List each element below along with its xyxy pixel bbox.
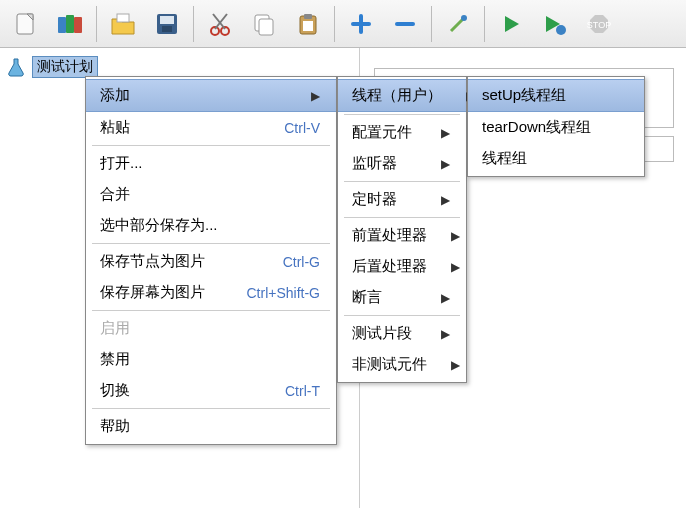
svg-marker-23 xyxy=(505,16,519,32)
svg-text:STOP: STOP xyxy=(587,20,611,30)
thread-setup[interactable]: setUp线程组 xyxy=(468,79,644,112)
svg-rect-14 xyxy=(259,19,273,35)
svg-rect-4 xyxy=(74,17,82,33)
menu-toggle[interactable]: 切换 Ctrl-T xyxy=(86,375,336,406)
svg-point-25 xyxy=(556,25,566,35)
menu-add-label: 添加 xyxy=(100,86,130,105)
menu-add[interactable]: 添加 ▶ xyxy=(86,79,336,112)
submenu-assert[interactable]: 断言▶ xyxy=(338,282,466,313)
svg-point-22 xyxy=(461,15,467,21)
submenu-postproc[interactable]: 后置处理器▶ xyxy=(338,251,466,282)
svg-rect-5 xyxy=(117,14,129,22)
tb-templates[interactable] xyxy=(50,4,90,44)
thread-group[interactable]: 线程组 xyxy=(468,143,644,174)
menu-paste[interactable]: 粘贴 Ctrl-V xyxy=(86,112,336,143)
toolbar: STOP xyxy=(0,0,686,48)
menu-disable[interactable]: 禁用 xyxy=(86,344,336,375)
tb-wand[interactable] xyxy=(438,4,478,44)
threads-submenu: setUp线程组 tearDown线程组 线程组 xyxy=(467,76,645,177)
submenu-frag[interactable]: 测试片段▶ xyxy=(338,318,466,349)
tb-copy[interactable] xyxy=(244,4,284,44)
context-menu: 添加 ▶ 粘贴 Ctrl-V 打开... 合并 选中部分保存为... 保存节点为… xyxy=(85,76,337,445)
submenu-nontest[interactable]: 非测试元件▶ xyxy=(338,349,466,380)
menu-save-node-image[interactable]: 保存节点为图片 Ctrl-G xyxy=(86,246,336,277)
thread-teardown[interactable]: tearDown线程组 xyxy=(468,112,644,143)
add-submenu: 线程（用户） ▶ 配置元件▶ 监听器▶ 定时器▶ 前置处理器▶ 后置处理器▶ 断… xyxy=(337,76,467,383)
menu-enable: 启用 xyxy=(86,313,336,344)
flask-icon xyxy=(6,57,26,77)
tb-cut[interactable] xyxy=(200,4,240,44)
menu-merge[interactable]: 合并 xyxy=(86,179,336,210)
menu-help[interactable]: 帮助 xyxy=(86,411,336,442)
tb-open[interactable] xyxy=(103,4,143,44)
tb-add[interactable] xyxy=(341,4,381,44)
svg-rect-3 xyxy=(66,15,74,33)
tb-save[interactable] xyxy=(147,4,187,44)
menu-open[interactable]: 打开... xyxy=(86,148,336,179)
tb-play-no-pause[interactable] xyxy=(535,4,575,44)
tb-new[interactable] xyxy=(6,4,46,44)
svg-rect-7 xyxy=(160,16,174,24)
submenu-config[interactable]: 配置元件▶ xyxy=(338,117,466,148)
tb-stop[interactable]: STOP xyxy=(579,4,619,44)
svg-rect-17 xyxy=(303,21,313,31)
tb-paste[interactable] xyxy=(288,4,328,44)
svg-line-21 xyxy=(451,19,463,31)
tb-play[interactable] xyxy=(491,4,531,44)
svg-rect-8 xyxy=(162,26,172,32)
svg-rect-2 xyxy=(58,17,66,33)
menu-paste-shortcut: Ctrl-V xyxy=(284,120,320,136)
tb-remove[interactable] xyxy=(385,4,425,44)
svg-rect-16 xyxy=(304,14,312,19)
menu-paste-label: 粘贴 xyxy=(100,118,130,137)
tree-root-label: 测试计划 xyxy=(32,56,98,78)
submenu-listener[interactable]: 监听器▶ xyxy=(338,148,466,179)
submenu-timer[interactable]: 定时器▶ xyxy=(338,184,466,215)
submenu-preproc[interactable]: 前置处理器▶ xyxy=(338,220,466,251)
menu-save-screen-image[interactable]: 保存屏幕为图片 Ctrl+Shift-G xyxy=(86,277,336,308)
menu-save-selection[interactable]: 选中部分保存为... xyxy=(86,210,336,241)
chevron-right-icon: ▶ xyxy=(311,89,320,103)
submenu-threads[interactable]: 线程（用户） ▶ xyxy=(338,79,466,112)
